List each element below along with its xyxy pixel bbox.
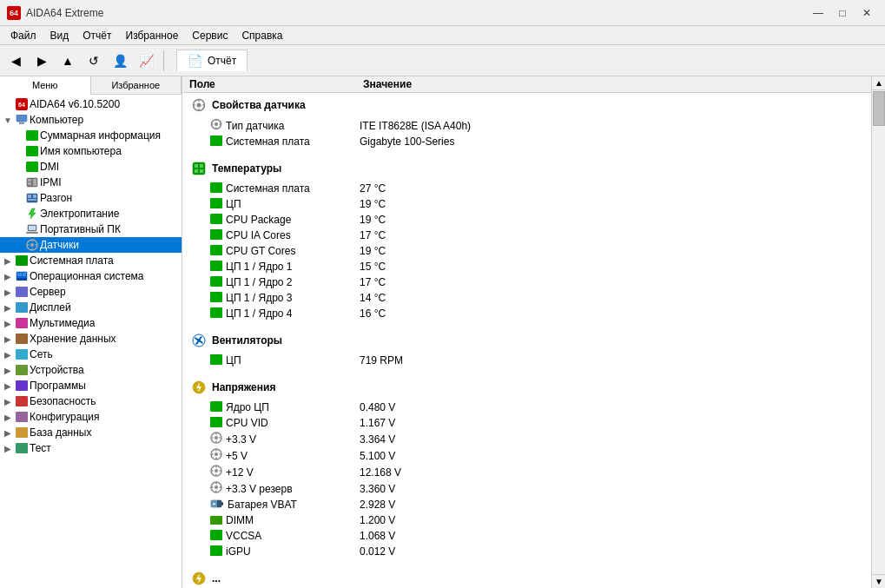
- content-table: Поле Значение Свойства датчика: [182, 76, 885, 588]
- v12-value: 12.168 V: [356, 464, 885, 480]
- laptop-icon: [24, 222, 40, 236]
- tree-config[interactable]: ▶ Конфигурация: [0, 409, 182, 425]
- summary-label: Суммарная информация: [40, 129, 161, 142]
- tree-network[interactable]: ▶ Сеть: [0, 347, 182, 362]
- row-motherboard-prop: Системная плата Gigabyte 100-Series: [182, 134, 885, 149]
- scrollbar-up[interactable]: ▲: [872, 76, 885, 90]
- svg-rect-6: [33, 179, 36, 186]
- tree-laptop[interactable]: Портативный ПК: [0, 221, 182, 237]
- maximize-button[interactable]: □: [831, 4, 854, 22]
- v33r-icon: [210, 481, 222, 496]
- pcname-icon: [24, 144, 40, 158]
- tree-database[interactable]: ▶ База данных: [0, 425, 182, 440]
- svg-rect-60: [215, 466, 216, 468]
- security-label: Безопасность: [30, 395, 96, 407]
- menu-help[interactable]: Справка: [234, 28, 289, 43]
- svg-rect-68: [211, 486, 214, 487]
- vcore-icon: [210, 401, 222, 414]
- ipmi-label: IPMI: [40, 176, 62, 188]
- fan-cpu-value: 719 RPM: [356, 353, 885, 368]
- tree-storage[interactable]: ▶ Хранение данных: [0, 331, 182, 347]
- vbat-value: 2.928 V: [356, 497, 885, 512]
- tab-favorites[interactable]: Избранное: [91, 76, 182, 94]
- temp-ia-icon: [210, 229, 222, 242]
- tree-security[interactable]: ▶ Безопасность: [0, 393, 182, 409]
- tree-multimedia[interactable]: ▶ Мультимедиа: [0, 315, 182, 331]
- minimize-button[interactable]: —: [807, 4, 829, 22]
- tree-display[interactable]: ▶ Дисплей: [0, 300, 182, 315]
- dimm-icon: [210, 516, 222, 525]
- menu-file[interactable]: Файл: [3, 28, 43, 43]
- menu-favorites[interactable]: Избранное: [119, 28, 186, 43]
- scrollbar-down[interactable]: ▼: [872, 574, 885, 588]
- svg-rect-5: [28, 182, 31, 185]
- row-temp-cpu: ЦП 19 °C: [182, 196, 885, 212]
- svg-rect-39: [200, 164, 203, 168]
- multimedia-icon: [14, 316, 30, 330]
- back-button[interactable]: ◀: [3, 49, 28, 73]
- temp-pkg-value: 19 °C: [356, 212, 885, 228]
- user-button[interactable]: 👤: [108, 49, 132, 73]
- overclock-icon: [24, 191, 40, 205]
- tree-overclock[interactable]: Разгон: [0, 190, 182, 206]
- svg-point-32: [215, 122, 218, 126]
- tree-os[interactable]: ▶ Операционная система: [0, 268, 182, 284]
- vccsa-field: VCCSA: [226, 530, 261, 542]
- close-button[interactable]: ✕: [855, 4, 878, 22]
- col-header-value: Значение: [356, 76, 885, 93]
- vccsa-value: 1.068 V: [356, 528, 885, 544]
- menu-service[interactable]: Сервис: [185, 28, 234, 43]
- tree-motherboard[interactable]: ▶ Системная плата: [0, 253, 182, 268]
- svg-rect-36: [220, 123, 222, 124]
- aida-version-label: AIDA64 v6.10.5200: [30, 98, 120, 110]
- menu-report[interactable]: Отчёт: [76, 28, 118, 43]
- up-button[interactable]: ▲: [56, 49, 80, 73]
- tree-sensors[interactable]: Датчики: [0, 237, 182, 253]
- row-v33: +3.3 V 3.364 V: [182, 431, 885, 447]
- tree-server[interactable]: ▶ Сервер: [0, 284, 182, 300]
- sensor-type-icon: [210, 118, 222, 133]
- temp-pkg-icon: [210, 214, 222, 227]
- tree-ipmi[interactable]: IPMI: [0, 175, 182, 190]
- refresh-button[interactable]: ↺: [82, 49, 106, 73]
- programs-icon: [14, 379, 30, 393]
- scrollbar-thumb[interactable]: [873, 91, 885, 126]
- sensor-type-field: Тип датчика: [226, 120, 284, 132]
- tree-computer[interactable]: ▼ Компьютер: [0, 112, 182, 128]
- menu-view[interactable]: Вид: [43, 28, 76, 43]
- svg-rect-48: [215, 433, 216, 435]
- tab-menu[interactable]: Меню: [0, 76, 91, 95]
- temp-core2-icon: [210, 276, 222, 289]
- section-more: ...: [182, 566, 885, 588]
- temp-core3-field: ЦП 1 / Ядро 3: [226, 292, 293, 304]
- chart-button[interactable]: 📈: [134, 49, 158, 73]
- vcore-value: 0.480 V: [356, 400, 885, 415]
- svg-rect-28: [198, 109, 199, 111]
- aida-version-item[interactable]: 64 AIDA64 v6.10.5200: [0, 96, 182, 112]
- v33-value: 3.364 V: [356, 431, 885, 447]
- svg-rect-1: [19, 122, 24, 124]
- temp-gt-icon: [210, 245, 222, 258]
- svg-rect-22: [17, 278, 27, 281]
- tree-test[interactable]: ▶ Тест: [0, 440, 182, 456]
- tree-devices[interactable]: ▶ Устройства: [0, 362, 182, 378]
- app-icon: 64: [7, 6, 21, 20]
- report-tab[interactable]: 📄 Отчёт: [176, 50, 248, 71]
- tree-dmi[interactable]: DMI: [0, 159, 182, 175]
- tree-power[interactable]: Электропитание: [0, 206, 182, 221]
- tree-pcname[interactable]: Имя компьютера: [0, 143, 182, 159]
- tree-programs[interactable]: ▶ Программы: [0, 378, 182, 393]
- svg-point-59: [215, 469, 218, 472]
- svg-rect-23: [17, 273, 22, 276]
- fans-icon: [191, 333, 207, 348]
- sensors-icon: [24, 238, 40, 252]
- overclock-label: Разгон: [40, 192, 72, 204]
- forward-button[interactable]: ▶: [30, 49, 54, 73]
- scrollbar[interactable]: ▲ ▼: [871, 76, 885, 588]
- igpu-value: 0.012 V: [356, 544, 885, 559]
- tree-summary[interactable]: Суммарная информация: [0, 128, 182, 143]
- row-temp-core4: ЦП 1 / Ядро 4 16 °C: [182, 306, 885, 321]
- os-icon: [14, 269, 30, 283]
- right-panel: Поле Значение Свойства датчика: [182, 76, 885, 588]
- svg-marker-11: [29, 208, 36, 219]
